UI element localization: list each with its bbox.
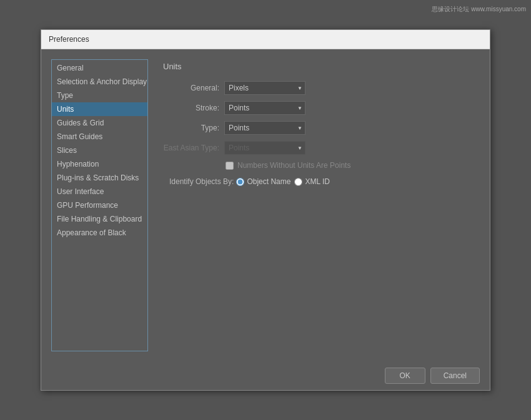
east-asian-type-select[interactable]: Points Q <box>224 141 305 155</box>
object-name-label: Object Name <box>247 177 290 186</box>
sidebar-item-selection-anchor-display[interactable]: Selection & Anchor Display <box>52 75 147 89</box>
ok-button[interactable]: OK <box>385 368 425 384</box>
dialog-body: GeneralSelection & Anchor DisplayTypeUni… <box>41 49 490 361</box>
sidebar-item-type[interactable]: Type <box>52 89 147 102</box>
sidebar-item-gpu-performance[interactable]: GPU Performance <box>52 198 147 212</box>
section-title: Units <box>163 62 475 71</box>
xml-id-radio[interactable] <box>294 178 302 186</box>
numbers-without-units-label: Numbers Without Units Are Points <box>237 161 350 170</box>
sidebar-item-general[interactable]: General <box>52 61 147 75</box>
type-row: Type: Points Pixels Picas Inches Millime… <box>163 121 475 135</box>
cancel-button[interactable]: Cancel <box>430 368 480 384</box>
stroke-row: Stroke: Points Pixels Picas Inches Milli… <box>163 101 475 115</box>
xml-id-label: XML ID <box>305 177 330 186</box>
sidebar-item-hyphenation[interactable]: Hyphenation <box>52 157 147 171</box>
object-name-option[interactable]: Object Name <box>236 177 290 186</box>
east-asian-type-label: East Asian Type: <box>163 144 219 152</box>
sidebar-item-appearance-of-black[interactable]: Appearance of Black <box>52 226 147 240</box>
sidebar-item-units[interactable]: Units <box>52 102 147 116</box>
numbers-without-units-checkbox[interactable] <box>226 162 234 170</box>
type-select[interactable]: Points Pixels Picas Inches Millimeters C… <box>224 121 305 135</box>
dialog-title: Preferences <box>49 35 89 44</box>
xml-id-option[interactable]: XML ID <box>294 177 330 186</box>
type-label: Type: <box>163 124 219 132</box>
dialog-footer: OK Cancel <box>41 361 490 390</box>
sidebar-item-smart-guides[interactable]: Smart Guides <box>52 130 147 144</box>
radio-group: Object Name XML ID <box>236 177 330 186</box>
sidebar-item-user-interface[interactable]: User Interface <box>52 185 147 198</box>
general-select[interactable]: Pixels Points Picas Inches Millimeters C… <box>224 81 305 95</box>
main-content: Units General: Pixels Points Picas Inche… <box>158 59 480 351</box>
preferences-dialog: Preferences GeneralSelection & Anchor Di… <box>41 29 490 391</box>
stroke-label: Stroke: <box>163 104 219 112</box>
watermark: 思缘设计论坛 www.missyuan.com <box>432 5 526 14</box>
general-label: General: <box>163 84 219 92</box>
sidebar-item-slices[interactable]: Slices <box>52 144 147 157</box>
dialog-title-bar: Preferences <box>41 30 490 49</box>
sidebar-item-file-handling-clipboard[interactable]: File Handling & Clipboard <box>52 212 147 226</box>
sidebar: GeneralSelection & Anchor DisplayTypeUni… <box>51 59 148 351</box>
object-name-radio[interactable] <box>236 178 244 186</box>
identify-objects-row: Identify Objects By: Object Name XML ID <box>169 177 475 186</box>
general-row: General: Pixels Points Picas Inches Mill… <box>163 81 475 95</box>
sidebar-item-plug-ins-scratch-disks[interactable]: Plug-ins & Scratch Disks <box>52 171 147 185</box>
east-asian-type-row: East Asian Type: Points Q <box>163 141 475 155</box>
identify-objects-label: Identify Objects By: <box>169 177 234 186</box>
sidebar-item-guides-grid[interactable]: Guides & Grid <box>52 116 147 130</box>
numbers-without-units-row: Numbers Without Units Are Points <box>226 161 475 170</box>
stroke-select[interactable]: Points Pixels Picas Inches Millimeters C… <box>224 101 305 115</box>
